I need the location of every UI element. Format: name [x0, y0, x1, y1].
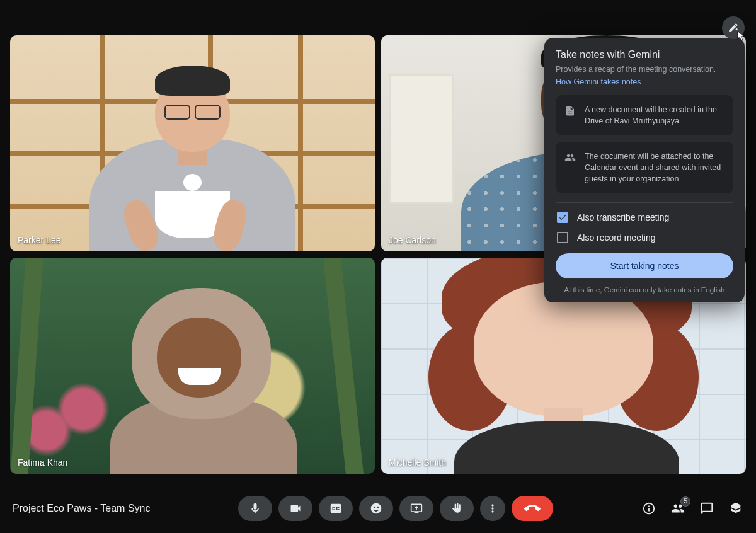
present-button[interactable]: [399, 496, 433, 521]
participant-name: Parker Lee: [18, 235, 60, 245]
info-card-drive: A new document will be created in the Dr…: [556, 95, 733, 135]
raise-hand-button[interactable]: [440, 496, 474, 521]
panel-subtitle: Provides a recap of the meeting conversa…: [556, 64, 733, 76]
divider: [556, 202, 733, 203]
info-card-text: A new document will be created in the Dr…: [585, 105, 717, 125]
meeting-details-button[interactable]: [641, 501, 656, 516]
panel-disclaimer: At this time, Gemini can only take notes…: [556, 286, 733, 294]
people-share-icon: [564, 152, 576, 163]
checkbox-label: Also record meeting: [577, 232, 656, 243]
reactions-button[interactable]: [359, 496, 393, 521]
info-card-text: The document will be attached to the Cal…: [585, 152, 721, 183]
checkbox-transcribe[interactable]: Also transcribe meeting: [557, 212, 733, 223]
participant-tile[interactable]: Parker Lee: [10, 35, 375, 251]
participant-tile[interactable]: Fatima Khan: [10, 258, 375, 474]
participant-name: Michelle Smith: [389, 457, 446, 467]
how-gemini-link[interactable]: How Gemini takes notes: [556, 77, 641, 86]
start-taking-notes-button[interactable]: Start taking notes: [556, 253, 733, 278]
participant-count-badge: 5: [680, 496, 690, 507]
activities-button[interactable]: [728, 501, 743, 516]
cursor-icon: [736, 30, 747, 42]
gemini-notes-panel: Take notes with Gemini Provides a recap …: [544, 38, 745, 302]
participant-name: Joe Carlson: [389, 235, 436, 245]
people-button[interactable]: 5: [670, 501, 685, 516]
meeting-stage: Parker Lee Joe Carlson Fatima Khan Miche…: [0, 0, 756, 533]
checkbox-icon: [557, 232, 568, 243]
checkbox-icon: [557, 212, 568, 223]
captions-button[interactable]: [319, 496, 353, 521]
bottom-bar: Project Eco Paws - Team Sync: [0, 484, 756, 533]
chat-button[interactable]: [699, 501, 714, 516]
mic-button[interactable]: [238, 496, 272, 521]
more-options-button[interactable]: [480, 496, 505, 521]
call-controls: [150, 496, 641, 521]
leave-call-button[interactable]: [512, 496, 553, 521]
checkbox-record[interactable]: Also record meeting: [557, 232, 733, 243]
checkbox-label: Also transcribe meeting: [577, 212, 669, 222]
participant-name: Fatima Khan: [18, 457, 67, 467]
panel-title: Take notes with Gemini: [556, 49, 733, 60]
info-card-calendar: The document will be attached to the Cal…: [556, 142, 733, 193]
camera-button[interactable]: [278, 496, 312, 521]
document-icon: [564, 105, 576, 117]
right-icon-bar: 5: [641, 501, 743, 516]
meeting-title: Project Eco Paws - Team Sync: [13, 503, 150, 514]
